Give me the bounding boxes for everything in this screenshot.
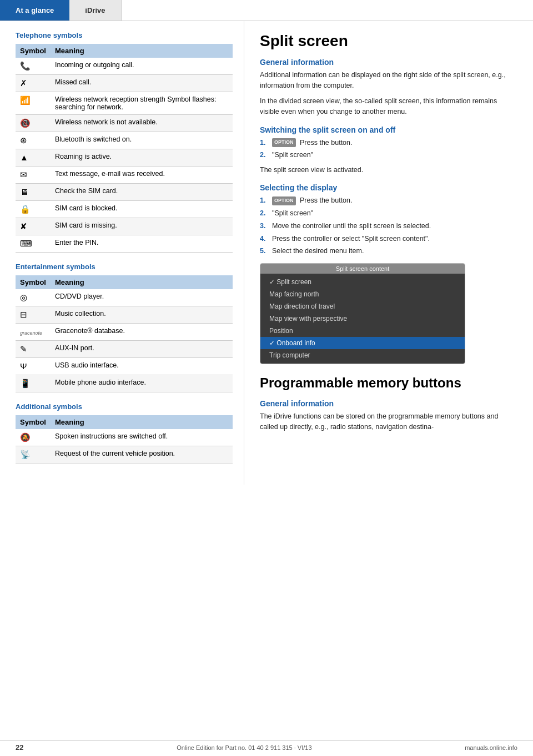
prog-heading: Programmable memory buttons: [260, 375, 517, 391]
general-info-p2: In the divided screen view, the so-calle…: [260, 96, 517, 118]
table-row: 🔕Spoken instructions are switched off.: [16, 429, 233, 446]
symbol-cell: ⌨: [16, 235, 51, 253]
meaning-cell: Spoken instructions are switched off.: [51, 429, 233, 446]
meaning-cell: Bluetooth is switched on.: [51, 132, 233, 149]
symbol-icon: 📡: [20, 450, 31, 460]
general-info-p1: Additional information can be displayed …: [260, 70, 517, 92]
symbol-cell: 📱: [16, 375, 51, 392]
switching-note: The split screen view is activated.: [260, 165, 517, 175]
meaning-cell: Mobile phone audio interface.: [51, 375, 233, 392]
telephone-section-title: Telephone symbols: [16, 31, 233, 39]
meaning-cell: Missed call.: [51, 75, 233, 92]
symbol-cell: 🔕: [16, 429, 51, 446]
screen-body: ✓ Split screenMap facing northMap direct…: [260, 274, 465, 364]
screen-title-bar: Split screen content: [260, 264, 465, 274]
screen-row-item: Position: [260, 325, 465, 337]
meaning-cell: Wireless network reception strength Symb…: [51, 92, 233, 115]
screen-mockup: Split screen content ✓ Split screenMap f…: [260, 263, 465, 364]
selecting-display-heading: Selecting the display: [260, 183, 517, 192]
table-row: 📡Request of the current vehicle position…: [16, 446, 233, 463]
selecting-steps-list: 1.OPTION Press the button.2."Split scree…: [260, 195, 517, 256]
screen-row-item: ✓ Onboard info: [260, 337, 465, 349]
left-column: Telephone symbols Symbol Meaning 📞Incomi…: [0, 21, 244, 485]
meaning-cell: SIM card is blocked.: [51, 201, 233, 218]
add-col-meaning: Meaning: [51, 415, 233, 429]
page-number: 22: [16, 743, 23, 752]
symbol-icon: ⊛: [20, 135, 27, 145]
table-row: 📞Incoming or outgoing call.: [16, 58, 233, 75]
meaning-cell: Request of the current vehicle position.: [51, 446, 233, 463]
table-row: ◎CD/DVD player.: [16, 289, 233, 306]
screen-row-item: Trip computer: [260, 349, 465, 361]
page-footer: 22 Online Edition for Part no. 01 40 2 9…: [0, 740, 533, 752]
tel-col-meaning: Meaning: [51, 44, 233, 58]
list-item: 3.Move the controller until the split sc…: [260, 221, 517, 231]
table-row: ⌨Enter the PIN.: [16, 235, 233, 253]
additional-section-title: Additional symbols: [16, 402, 233, 411]
table-row: 📶Wireless network reception strength Sym…: [16, 92, 233, 115]
table-row: ✎AUX-IN port.: [16, 341, 233, 358]
table-row: 📵Wireless network is not available.: [16, 115, 233, 132]
table-row: 📱Mobile phone audio interface.: [16, 375, 233, 392]
meaning-cell: Roaming is active.: [51, 149, 233, 167]
list-item: 2."Split screen": [260, 208, 517, 219]
symbol-cell: ▲: [16, 149, 51, 167]
add-col-symbol: Symbol: [16, 415, 51, 429]
list-item: 1.OPTION Press the button.: [260, 138, 517, 148]
tab-at-a-glance[interactable]: At a glance: [0, 0, 69, 21]
meaning-cell: Gracenote® database.: [51, 324, 233, 341]
switching-heading: Switching the split screen on and off: [260, 125, 517, 134]
symbol-icon: ✎: [20, 344, 27, 354]
symbol-cell: 📶: [16, 92, 51, 115]
step-number: 5.: [260, 246, 270, 256]
list-item: 4.Press the controller or select "Split …: [260, 234, 517, 244]
symbol-cell: ✘: [16, 218, 51, 235]
meaning-cell: Music collection.: [51, 306, 233, 324]
meaning-cell: Text message, e-mail was received.: [51, 167, 233, 184]
entertainment-symbols-section: Entertainment symbols Symbol Meaning ◎CD…: [16, 263, 233, 392]
symbol-cell: ◎: [16, 289, 51, 306]
meaning-cell: Check the SIM card.: [51, 184, 233, 201]
symbol-cell: 🔒: [16, 201, 51, 218]
meaning-cell: CD/DVD player.: [51, 289, 233, 306]
symbol-icon: 📞: [20, 61, 31, 71]
screen-row-item: ✓ Split screen: [260, 276, 465, 288]
symbol-icon: ⌨: [20, 239, 32, 249]
symbol-cell: ✉: [16, 167, 51, 184]
meaning-cell: Incoming or outgoing call.: [51, 58, 233, 75]
option-button[interactable]: OPTION: [272, 138, 296, 147]
symbol-icon: 📶: [20, 95, 31, 105]
symbol-icon: 📵: [20, 118, 31, 128]
table-row: ⊛Bluetooth is switched on.: [16, 132, 233, 149]
table-row: ✗Missed call.: [16, 75, 233, 92]
symbol-cell: ✗: [16, 75, 51, 92]
table-row: ✘SIM card is missing.: [16, 218, 233, 235]
table-row: 🔒SIM card is blocked.: [16, 201, 233, 218]
switching-steps-list: 1.OPTION Press the button.2."Split scree…: [260, 138, 517, 161]
symbol-cell: ⊛: [16, 132, 51, 149]
meaning-cell: AUX-IN port.: [51, 341, 233, 358]
symbol-cell: ✎: [16, 341, 51, 358]
right-column: Split screen General information Additio…: [244, 21, 533, 485]
step-number: 4.: [260, 234, 270, 244]
symbol-icon: ▲: [20, 153, 28, 162]
symbol-icon: 📱: [20, 379, 31, 389]
prog-gen-heading: General information: [260, 399, 517, 408]
top-navigation: At a glance iDrive: [0, 0, 533, 21]
additional-symbols-table: Symbol Meaning 🔕Spoken instructions are …: [16, 415, 233, 463]
symbol-cell: 📡: [16, 446, 51, 463]
tab-idrive[interactable]: iDrive: [69, 0, 121, 21]
entertainment-section-title: Entertainment symbols: [16, 263, 233, 271]
prog-gen-text: The iDrive functions can be stored on th…: [260, 411, 517, 433]
step-number: 1.: [260, 138, 270, 148]
telephone-symbols-section: Telephone symbols Symbol Meaning 📞Incomi…: [16, 31, 233, 253]
symbol-icon: gracenote: [20, 327, 42, 336]
ent-col-symbol: Symbol: [16, 275, 51, 289]
symbol-cell: Ψ: [16, 358, 51, 375]
list-item: 5.Select the desired menu item.: [260, 246, 517, 256]
table-row: ✉Text message, e-mail was received.: [16, 167, 233, 184]
meaning-cell: Wireless network is not available.: [51, 115, 233, 132]
option-button[interactable]: OPTION: [272, 196, 296, 205]
symbol-cell: gracenote: [16, 324, 51, 341]
step-number: 2.: [260, 208, 270, 219]
